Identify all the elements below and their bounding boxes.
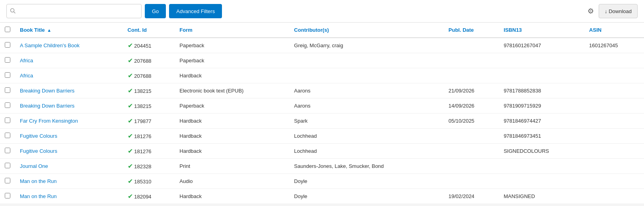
gear-button[interactable]: ⚙: [588, 7, 594, 15]
verified-icon: ✔: [128, 57, 133, 64]
row-checkbox[interactable]: [5, 72, 10, 78]
row-checkbox[interactable]: [5, 178, 10, 183]
row-checkbox[interactable]: [5, 102, 10, 108]
go-button[interactable]: Go: [145, 4, 166, 18]
row-checkbox[interactable]: [5, 117, 10, 123]
row-checkbox-cell: [0, 53, 15, 68]
row-checkbox-cell: [0, 83, 15, 98]
row-contributors: Aarons: [289, 83, 444, 98]
row-cont-id: ✔ 182328: [123, 159, 175, 174]
row-book-title: Breaking Down Barriers: [15, 83, 123, 98]
header-contributors[interactable]: Contributor(s): [289, 23, 444, 38]
row-contributors: Lochhead: [289, 144, 444, 159]
row-form: Paperback: [175, 38, 289, 53]
header-checkbox-col: [0, 23, 15, 38]
row-checkbox[interactable]: [5, 42, 10, 48]
row-checkbox[interactable]: [5, 133, 10, 138]
book-title-link[interactable]: Africa: [20, 58, 33, 64]
row-publ-date: [444, 159, 499, 174]
book-title-link[interactable]: A Sample Children's Book: [20, 42, 80, 48]
row-publ-date: [444, 38, 499, 53]
row-publ-date: 21/09/2026: [444, 83, 499, 98]
table-row: Journal One ✔ 182328 Print Saunders-Jone…: [0, 159, 644, 174]
row-checkbox-cell: [0, 189, 15, 204]
book-title-link[interactable]: Journal One: [20, 163, 48, 169]
row-asin: [584, 83, 644, 98]
row-publ-date: 19/02/2024: [444, 189, 499, 204]
row-checkbox-cell: [0, 38, 15, 53]
row-asin: [584, 129, 644, 144]
table-row: A Sample Children's Book ✔ 204451 Paperb…: [0, 38, 644, 53]
book-title-link[interactable]: Far Cry From Kensington: [20, 118, 78, 124]
row-asin: [584, 98, 644, 114]
header-form[interactable]: Form: [175, 23, 289, 38]
book-title-link[interactable]: Fugitive Colours: [20, 148, 57, 154]
row-book-title: Man on the Run: [15, 174, 123, 189]
table-row: Man on the Run ✔ 182094 Hardback Doyle 1…: [0, 189, 644, 204]
search-input[interactable]: [18, 8, 138, 14]
row-form: Hardback: [175, 189, 289, 204]
toolbar-right: ⚙ ↓ Download: [588, 4, 638, 18]
book-title-link[interactable]: Breaking Down Barriers: [20, 103, 74, 109]
verified-icon: ✔: [128, 148, 133, 154]
book-title-link[interactable]: Man on the Run: [20, 178, 57, 184]
row-form: Hardback: [175, 144, 289, 159]
row-book-title: Africa: [15, 68, 123, 83]
row-cont-id: ✔ 138215: [123, 83, 175, 98]
advanced-filters-button[interactable]: Advanced Filters: [169, 4, 222, 18]
header-book-title[interactable]: Book Title ▲: [15, 23, 123, 38]
book-title-link[interactable]: Breaking Down Barriers: [20, 88, 74, 94]
search-icon: [10, 8, 16, 15]
row-asin: [584, 144, 644, 159]
header-asin[interactable]: ASIN: [584, 23, 644, 38]
row-form: Electronic book text (EPUB): [175, 83, 289, 98]
toolbar: Go Advanced Filters ⚙ ↓ Download: [0, 0, 644, 23]
row-publ-date: [444, 174, 499, 189]
row-form: Paperback: [175, 98, 289, 114]
row-book-title: Man on the Run: [15, 189, 123, 204]
row-checkbox[interactable]: [5, 87, 10, 93]
row-asin: [584, 68, 644, 83]
row-publ-date: [444, 53, 499, 68]
row-publ-date: [444, 68, 499, 83]
row-isbn13: [499, 68, 584, 83]
row-form: Hardback: [175, 114, 289, 129]
row-asin: [584, 189, 644, 204]
row-form: Audio: [175, 174, 289, 189]
row-checkbox[interactable]: [5, 193, 10, 198]
select-all-checkbox[interactable]: [5, 27, 10, 32]
download-button[interactable]: ↓ Download: [599, 4, 638, 18]
book-title-link[interactable]: Fugitive Colours: [20, 133, 57, 139]
row-checkbox[interactable]: [5, 57, 10, 63]
row-contributors: Greig, McGarry, craig: [289, 38, 444, 53]
row-isbn13: 9781788852838: [499, 83, 584, 98]
header-cont-id[interactable]: Cont. Id: [123, 23, 175, 38]
book-title-link[interactable]: Man on the Run: [20, 193, 57, 199]
header-isbn13[interactable]: ISBN13: [499, 23, 584, 38]
header-publ-date[interactable]: Publ. Date: [444, 23, 499, 38]
row-publ-date: 14/09/2026: [444, 98, 499, 114]
row-contributors: Spark: [289, 114, 444, 129]
table-row: Man on the Run ✔ 185310 Audio Doyle: [0, 174, 644, 189]
row-checkbox-cell: [0, 174, 15, 189]
row-checkbox[interactable]: [5, 163, 10, 168]
row-cont-id: ✔ 207688: [123, 68, 175, 83]
row-contributors: [289, 53, 444, 68]
search-wrapper: [6, 4, 142, 18]
row-checkbox[interactable]: [5, 148, 10, 153]
row-book-title: Journal One: [15, 159, 123, 174]
verified-icon: ✔: [128, 163, 133, 169]
row-asin: [584, 114, 644, 129]
row-cont-id: ✔ 182094: [123, 189, 175, 204]
row-contributors: Aarons: [289, 98, 444, 114]
row-contributors: Doyle: [289, 174, 444, 189]
verified-icon: ✔: [128, 117, 133, 124]
book-title-link[interactable]: Africa: [20, 73, 33, 79]
row-checkbox-cell: [0, 68, 15, 83]
row-isbn13: [499, 53, 584, 68]
table-container: Book Title ▲ Cont. Id Form Contributor(s…: [0, 23, 644, 204]
row-cont-id: ✔ 179877: [123, 114, 175, 129]
verified-icon: ✔: [128, 42, 133, 49]
verified-icon: ✔: [128, 193, 133, 200]
table-row: Breaking Down Barriers ✔ 138215 Paperbac…: [0, 98, 644, 114]
